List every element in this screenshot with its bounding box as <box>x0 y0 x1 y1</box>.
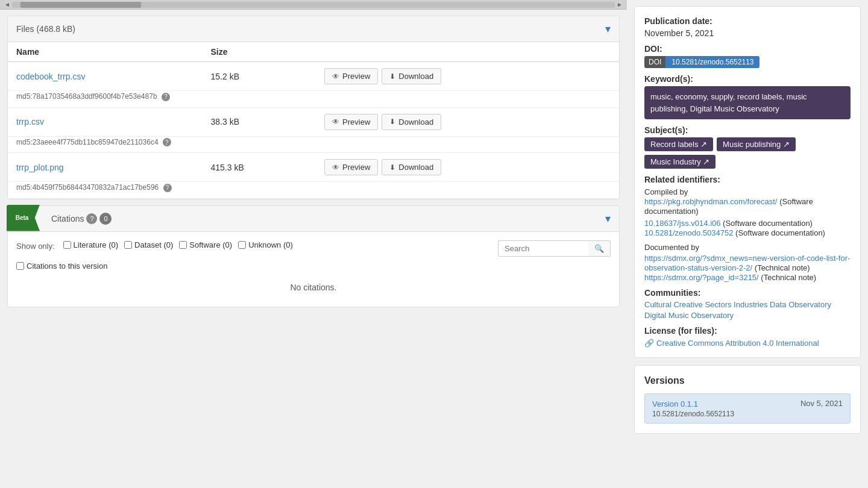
eye-icon: 👁 <box>332 117 339 126</box>
scrollbar-thumb[interactable] <box>20 2 141 8</box>
related-item-link[interactable]: 10.18637/jss.v014.i06 <box>644 219 720 228</box>
citations-to-version-label: Citations to this version <box>27 261 107 271</box>
citations-filters: Literature (0)Dataset (0)Software (0)Unk… <box>63 240 293 249</box>
subject-tag[interactable]: Record labels ↗ <box>644 137 713 151</box>
md5-row: md5:23aeee4f775db11bc85947de211036c4 ? <box>8 136 619 153</box>
eye-icon: 👁 <box>332 72 339 81</box>
related-section: Compiled by https://pkg.robjhyndman.com/… <box>644 187 851 282</box>
file-size: 38.3 kB <box>203 107 316 136</box>
preview-button[interactable]: 👁Preview <box>324 159 378 175</box>
file-actions: 👁Preview ⬇Download <box>316 62 619 91</box>
citations-body: Show only: Literature (0)Dataset (0)Soft… <box>8 232 619 307</box>
citations-chevron-icon[interactable]: ▾ <box>605 212 611 225</box>
community-link[interactable]: Cultural Creative Sectors Industries Dat… <box>644 300 851 309</box>
related-item: 10.18637/jss.v014.i06 (Software document… <box>644 218 851 228</box>
communities-label: Communities: <box>644 288 851 298</box>
keywords-label: Keyword(s): <box>644 74 851 84</box>
citations-section: Beta Citations ? 0 ▾ Show only: Literatu… <box>7 205 620 307</box>
beta-ribbon: Beta <box>7 205 40 231</box>
md5-value: md5:78a17035468a3ddf9600f4b7e53e487b ? <box>8 91 619 108</box>
col-name: Name <box>8 42 203 62</box>
download-button[interactable]: ⬇Download <box>382 68 441 84</box>
related-item-note: (Software documentation) <box>720 219 812 228</box>
md5-help-icon[interactable]: ? <box>162 93 170 101</box>
file-size: 415.3 kB <box>203 153 316 182</box>
no-citations-message: No citations. <box>16 271 611 298</box>
citation-filter-checkbox-sw[interactable] <box>179 241 187 249</box>
download-button[interactable]: ⬇Download <box>382 114 441 130</box>
right-sidebar: Publication date: November 5, 2021 DOI: … <box>627 0 868 488</box>
documented-link[interactable]: https://sdmx.org/?page_id=3215/ <box>644 273 759 282</box>
md5-row: md5:4b459f75b68443470832a71ac17be596 ? <box>8 182 619 199</box>
compiled-by-link[interactable]: https://pkg.robjhyndman.com/forecast/ <box>644 197 777 206</box>
doi-badge-value[interactable]: 10.5281/zenodo.5652113 <box>665 56 760 68</box>
version-date: Nov 5, 2021 <box>800 399 843 408</box>
citations-search-input[interactable] <box>498 240 588 257</box>
versions-box: Versions Version 0.1.1 10.5281/zenodo.56… <box>634 365 861 434</box>
related-item-note: (Software documentation) <box>733 228 825 237</box>
scrollbar-track[interactable] <box>12 2 615 8</box>
subject-tag[interactable]: Music publishing ↗ <box>717 137 796 151</box>
files-section-title: Files (468.8 kB) <box>16 24 75 34</box>
table-row: trrp.csv 38.3 kB 👁Preview ⬇Download <box>8 107 619 136</box>
documented-link-item: https://sdmx.org/?page_id=3215/ (Technic… <box>644 272 851 282</box>
citation-filter-item: Software (0) <box>179 240 232 249</box>
subject-tag[interactable]: Music Industry ↗ <box>644 155 715 169</box>
citation-filter-label-ds: Dataset (0) <box>134 240 173 249</box>
download-icon: ⬇ <box>389 117 395 126</box>
files-section: Files (468.8 kB) ▾ Name Size codebook_tr… <box>7 16 620 199</box>
citations-search-button[interactable]: 🔍 <box>588 240 611 257</box>
md5-row: md5:78a17035468a3ddf9600f4b7e53e487b ? <box>8 91 619 108</box>
citations-count-badge: 0 <box>99 213 112 225</box>
file-actions: 👁Preview ⬇Download <box>316 153 619 182</box>
documented-link-note: (Technical note) <box>752 263 810 272</box>
show-only-label: Show only: <box>16 240 55 251</box>
citation-filter-checkbox-unk[interactable] <box>238 241 246 249</box>
citation-filter-label-sw: Software (0) <box>189 240 232 249</box>
preview-button[interactable]: 👁Preview <box>324 68 378 84</box>
files-table: Name Size codebook_trrp.csv 15.2 kB 👁Pre… <box>8 42 619 199</box>
citations-to-version-checkbox[interactable] <box>16 262 24 270</box>
subject-tags: Record labels ↗Music publishing ↗Music I… <box>644 137 851 169</box>
version-name-link[interactable]: Version 0.1.1 <box>652 399 698 408</box>
license-label: License (for files): <box>644 326 851 336</box>
keywords-value: music, economy, supply, record labels, m… <box>644 86 851 119</box>
citations-title: Citations <box>51 214 84 224</box>
preview-button[interactable]: 👁Preview <box>324 114 378 130</box>
md5-value: md5:4b459f75b68443470832a71ac17be596 ? <box>8 182 619 199</box>
citation-filter-checkbox-ds[interactable] <box>124 241 132 249</box>
publication-date-label: Publication date: <box>644 16 851 26</box>
versions-title: Versions <box>644 375 851 386</box>
related-label: Related identifiers: <box>644 175 851 184</box>
community-link[interactable]: Digital Music Observatory <box>644 311 851 320</box>
file-size: 15.2 kB <box>203 62 316 91</box>
citation-filter-label-unk: Unknown (0) <box>248 240 293 249</box>
file-link[interactable]: codebook_trrp.csv <box>16 72 85 81</box>
download-icon: ⬇ <box>389 163 395 172</box>
metadata-box: Publication date: November 5, 2021 DOI: … <box>634 6 861 358</box>
related-item-link[interactable]: 10.5281/zenodo.5034752 <box>644 228 733 237</box>
compiled-by-intro: Compiled by <box>644 187 688 196</box>
files-chevron-icon[interactable]: ▾ <box>605 22 611 36</box>
documented-link-item: https://sdmx.org/?sdmx_news=new-version-… <box>644 253 851 272</box>
md5-help-icon[interactable]: ? <box>163 184 172 192</box>
file-link[interactable]: trrp_plot.png <box>16 163 64 172</box>
citation-filter-checkbox-lit[interactable] <box>63 241 71 249</box>
citation-filter-label-lit: Literature (0) <box>74 240 118 249</box>
file-link[interactable]: trrp.csv <box>16 117 44 127</box>
citation-filter-item: Literature (0) <box>63 240 118 249</box>
download-button[interactable]: ⬇Download <box>382 159 441 175</box>
scroll-left-arrow[interactable]: ◄ <box>2 1 12 8</box>
documented-link[interactable]: https://sdmx.org/?sdmx_news=new-version-… <box>644 254 850 272</box>
doi-badge-label: DOI <box>644 56 665 68</box>
license-link[interactable]: 🔗 Creative Commons Attribution 4.0 Inter… <box>644 339 819 348</box>
show-only-row: Show only: Literature (0)Dataset (0)Soft… <box>16 240 611 257</box>
col-actions <box>316 42 619 62</box>
citations-help-icon[interactable]: ? <box>86 213 97 224</box>
version-row: Version 0.1.1 10.5281/zenodo.5652113 Nov… <box>644 393 851 424</box>
scroll-right-arrow[interactable]: ► <box>615 1 624 8</box>
citation-filter-item: Dataset (0) <box>124 240 173 249</box>
horizontal-scrollbar[interactable]: ◄ ► <box>0 0 627 10</box>
license-section: 🔗 Creative Commons Attribution 4.0 Inter… <box>644 338 851 348</box>
md5-help-icon[interactable]: ? <box>163 138 171 146</box>
